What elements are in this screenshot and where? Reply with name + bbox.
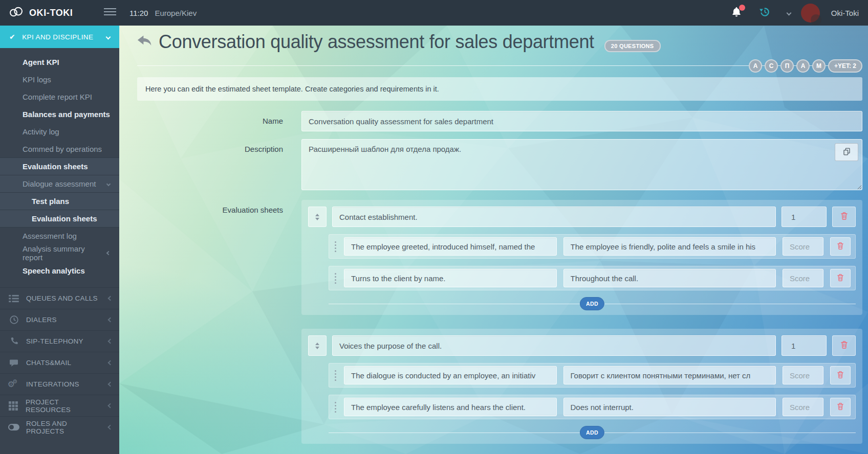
- requirement-score-input[interactable]: [783, 237, 823, 256]
- sidebar-item-speech-analytics[interactable]: Speech analytics: [0, 262, 119, 279]
- category-title-input[interactable]: [332, 335, 776, 356]
- requirement-drag-handle[interactable]: [334, 273, 337, 284]
- sidebar-section-roles-and-projects[interactable]: ROLES AND PROJECTS: [0, 416, 119, 438]
- chevron-left-icon: [108, 403, 113, 408]
- current-time: 11:20: [129, 9, 148, 17]
- header-divider: ACПAM +YET: 2: [137, 65, 862, 66]
- requirement-row: [329, 234, 856, 259]
- sidebar-section-sip-telephony[interactable]: SIP-TELEPHONY: [0, 330, 119, 352]
- category-title-input[interactable]: [332, 207, 776, 227]
- sort-up-icon: [315, 343, 319, 345]
- requirement-drag-handle[interactable]: [334, 241, 337, 252]
- chevron-down-icon: [106, 181, 111, 186]
- requirement-description-input[interactable]: [563, 366, 776, 384]
- copy-icon: [842, 147, 851, 157]
- delete-category-button[interactable]: [832, 207, 856, 227]
- category-weight-input[interactable]: [782, 335, 827, 356]
- requirement-description-input[interactable]: [563, 237, 776, 256]
- main-content: Conversation quality assessment for sale…: [119, 26, 868, 454]
- info-message: Here you can edit the estimated sheet te…: [137, 77, 862, 101]
- grid-icon: [8, 401, 19, 411]
- sidebar-item-dialogue-assessment[interactable]: Dialogue assessment: [0, 175, 119, 192]
- trash-icon: [840, 212, 848, 222]
- requirement-score-input[interactable]: [783, 269, 823, 287]
- name-label: Name: [137, 111, 283, 125]
- chevron-left-icon: [108, 317, 113, 323]
- sidebar-item-test-plans[interactable]: Test plans: [0, 192, 119, 210]
- notifications-bell-icon[interactable]: [730, 6, 744, 19]
- sidebar-section-project-resources[interactable]: PROJECT RESOURCES: [0, 395, 119, 416]
- sidebar-section-integrations[interactable]: ⚙⚙INTEGRATIONS: [0, 373, 119, 395]
- sidebar-item-agent-kpi[interactable]: Agent KPI: [0, 53, 119, 71]
- sort-up-icon: [315, 214, 319, 216]
- avatar[interactable]: [801, 4, 820, 22]
- requirement-score-input[interactable]: [783, 366, 823, 384]
- sidebar-item-evaluation-sheets[interactable]: Evaluation sheets: [0, 157, 119, 175]
- requirement-name-input[interactable]: [344, 269, 557, 287]
- clock: 11:20 Europe/Kiev: [129, 0, 197, 26]
- requirement-name-input[interactable]: [344, 398, 557, 416]
- sidebar-item-kpi-and-discipline[interactable]: ✔ KPI AND DISCIPLINE: [0, 26, 119, 48]
- trash-icon: [840, 340, 848, 351]
- sidebar-item-commed-by-operations[interactable]: Commed by operations: [0, 140, 119, 157]
- brand-logo[interactable]: OKI-TOKI: [8, 0, 73, 26]
- user-badge[interactable]: A: [796, 59, 810, 73]
- description-textarea[interactable]: Расширенный шаблон для отдела продаж.: [301, 139, 862, 190]
- trash-icon: [837, 371, 844, 380]
- requirement-drag-handle[interactable]: [334, 370, 337, 381]
- sidebar-kpi-list: Agent KPIKPI logsComplete report KPIBala…: [0, 48, 119, 281]
- requirement-name-input[interactable]: [344, 366, 557, 384]
- sidebar-section-queues-and-calls[interactable]: QUEUES AND CALLS: [0, 287, 119, 309]
- category-list: ADD: [301, 200, 862, 454]
- add-requirement-button[interactable]: ADD: [580, 297, 604, 310]
- chevron-down-icon[interactable]: [786, 10, 791, 15]
- requirement-description-input[interactable]: [563, 269, 776, 287]
- trash-icon: [837, 274, 844, 283]
- user-badge[interactable]: П: [780, 59, 794, 73]
- hamburger-menu-icon[interactable]: [104, 8, 116, 17]
- requirement-name-input[interactable]: [344, 237, 557, 256]
- requirement-drag-handle[interactable]: [334, 402, 337, 413]
- trash-icon: [837, 242, 844, 252]
- sidebar-item-analysis-summary-report[interactable]: Analysis summary report: [0, 244, 119, 262]
- sidebar-item-complete-report-kpi[interactable]: Complete report KPI: [0, 88, 119, 105]
- delete-requirement-button[interactable]: [830, 366, 851, 384]
- category-card: ADD: [301, 329, 862, 444]
- user-badge[interactable]: C: [765, 59, 778, 73]
- delete-category-button[interactable]: [832, 335, 856, 356]
- reply-arrow-icon: [137, 35, 153, 50]
- chevron-left-icon: [108, 296, 113, 301]
- category-weight-input[interactable]: [782, 207, 827, 227]
- history-icon[interactable]: [759, 6, 771, 20]
- name-input[interactable]: [301, 111, 862, 131]
- user-badge[interactable]: M: [812, 59, 826, 73]
- sidebar: ✔ KPI AND DISCIPLINE Agent KPIKPI logsCo…: [0, 26, 119, 454]
- sidebar-item-assessment-log[interactable]: Assessment log: [0, 227, 119, 244]
- copy-button[interactable]: [835, 143, 858, 161]
- chevron-down-icon: [106, 34, 111, 39]
- questions-count-badge: 20 QUESTIONS: [604, 40, 661, 52]
- sort-down-icon: [315, 218, 319, 220]
- sidebar-item-balances-and-payments[interactable]: Balances and payments: [0, 105, 119, 123]
- delete-requirement-button[interactable]: [830, 269, 851, 287]
- requirement-score-input[interactable]: [783, 398, 823, 416]
- page-title: Conversation quality assessment for sale…: [159, 31, 594, 53]
- more-users-badge[interactable]: +YET: 2: [828, 59, 862, 73]
- brand-name: OKI-TOKI: [29, 8, 73, 18]
- category-drag-handle[interactable]: [308, 335, 327, 356]
- user-badge[interactable]: A: [749, 59, 762, 73]
- delete-requirement-button[interactable]: [830, 398, 851, 416]
- add-requirement-button[interactable]: ADD: [580, 426, 604, 439]
- delete-requirement-button[interactable]: [830, 237, 851, 256]
- sidebar-section-dialers[interactable]: DIALERS: [0, 309, 119, 330]
- sort-down-icon: [315, 347, 319, 349]
- sidebar-item-evaluation-sheets[interactable]: Evaluation sheets: [0, 210, 119, 227]
- category-drag-handle[interactable]: [308, 207, 327, 227]
- requirement-description-input[interactable]: [563, 398, 776, 416]
- sidebar-section-chats-mail[interactable]: CHATS&MAIL: [0, 352, 119, 373]
- sidebar-item-activity-log[interactable]: Activity log: [0, 123, 119, 140]
- chat-icon: [8, 358, 19, 368]
- back-button[interactable]: [137, 35, 153, 50]
- sidebar-item-kpi-logs[interactable]: KPI logs: [0, 71, 119, 88]
- account-name: Oki-Toki: [831, 9, 859, 17]
